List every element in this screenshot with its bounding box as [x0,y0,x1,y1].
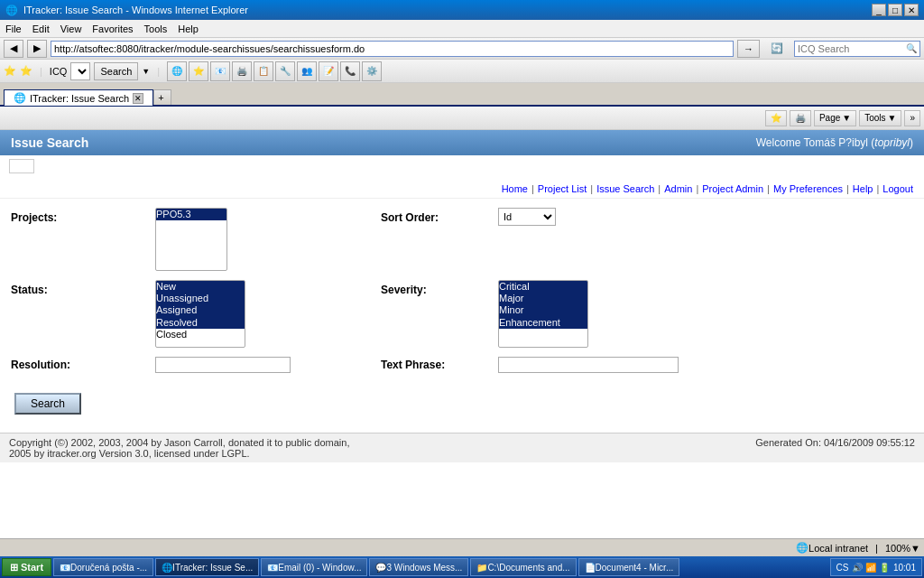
browser-icon: 🌐 [5,5,18,16]
projects-label: Projects: [11,211,57,224]
sort-order-select[interactable]: Id Priority Status Severity [498,208,556,226]
icq-select[interactable] [70,62,90,80]
browser-title: ITracker: Issue Search - Windows Interne… [23,5,248,15]
extend-btn[interactable]: » [904,110,920,126]
zoom-level: 100% [885,543,910,554]
favorites-star-btn[interactable]: ⭐ [765,110,787,126]
nav-my-preferences[interactable]: My Preferences [773,183,843,194]
nav-project-list[interactable]: Project List [538,183,587,194]
minimize-button[interactable]: _ [872,4,886,16]
status-label: Status: [11,284,48,296]
tools-label: Tools [864,113,885,123]
back-button[interactable]: ◀ [4,40,23,58]
nav-icon-6[interactable]: 🔧 [275,61,295,81]
page-label: Page [819,113,840,123]
main-content: Issue Search Welcome Tomáš P?ibyl (topri… [0,130,924,558]
favorites-star: ⭐ [4,65,16,77]
nav-icon-7[interactable]: 👥 [297,61,317,81]
nav-icon-2[interactable]: ⭐ [189,61,208,81]
forward-button[interactable]: ▶ [27,40,47,58]
menu-file[interactable]: File [5,23,22,34]
generated-text: Generated On: 04/16/2009 09:55:12 [755,437,915,459]
tab-label: ITracker: Issue Search [30,93,129,104]
nav-issue-search[interactable]: Issue Search [596,183,654,194]
tab-bar: 🌐 ITracker: Issue Search ✕ + [0,83,924,107]
nav-links: Home | Project List | Issue Search | Adm… [0,180,924,199]
separator-box [9,159,34,173]
icq-search-input[interactable] [795,42,903,56]
menu-favorites[interactable]: Favorites [92,23,133,34]
page-header: Issue Search Welcome Tomáš P?ibyl (topri… [0,130,924,155]
severity-select[interactable]: Critical Major Minor Enhancement [498,280,588,348]
tab-new[interactable]: + [153,89,171,105]
resolution-label: Resolution: [11,359,70,371]
icq-label: ICQ [50,66,68,77]
menu-tools[interactable]: Tools [144,23,168,34]
add-favorites-icon: ⭐ [20,65,32,77]
address-input[interactable] [51,41,734,57]
page-btn[interactable]: Page ▼ [814,110,856,126]
status-bar: 🌐 Local intranet | 100% ▼ [0,538,924,556]
menu-edit[interactable]: Edit [32,23,50,34]
taskbar: ⊞ Start 📧 Doručená pošta -... 🌐 ITracker… [0,556,924,558]
refresh-icon: 🔄 [771,42,783,54]
tools-btn[interactable]: Tools ▼ [859,110,901,126]
ie-page-toolbar: ⭐ 🖨️ Page ▼ Tools ▼ » [0,107,924,130]
print-preview-btn[interactable]: 🖨️ [790,110,811,126]
page-title: Issue Search [11,135,88,150]
text-phrase-input[interactable] [498,357,679,373]
form-area: Projects: PPO5.3 Sort Order: Id Priority… [0,199,924,424]
text-phrase-label: Text Phrase: [381,359,445,371]
nav-help[interactable]: Help [853,183,873,194]
nav-icons: 🌐 ⭐ 📧 🖨️ 📋 🔧 👥 📝 📞 ⚙️ [167,61,382,81]
tab-itracker[interactable]: 🌐 ITracker: Issue Search ✕ [4,89,153,106]
icq-search-icon[interactable]: 🔍 [903,43,919,53]
nav-project-admin[interactable]: Project Admin [702,183,763,194]
nav-icon-1[interactable]: 🌐 [167,61,187,81]
nav-home[interactable]: Home [502,183,528,194]
resolution-input[interactable] [155,357,291,373]
tab-icon: 🌐 [14,92,26,104]
nav-admin[interactable]: Admin [664,183,692,194]
nav-icon-8[interactable]: 📝 [319,61,338,81]
zone-icon: 🌐 [796,542,808,554]
zone-label: Local intranet [808,543,868,554]
search-button[interactable]: Search [14,393,81,415]
nav-icon-9[interactable]: 📞 [340,61,360,81]
copyright-text: Copyright (©) 2002, 2003, 2004 by Jason … [9,437,349,459]
sort-label: Sort Order: [381,211,439,224]
close-button[interactable]: ✕ [904,4,919,16]
menu-help[interactable]: Help [178,23,199,34]
title-bar: 🌐 ITracker: Issue Search - Windows Inter… [0,0,924,20]
nav-logout[interactable]: Logout [882,183,913,194]
maximize-button[interactable]: □ [888,4,902,16]
nav-icon-10[interactable]: ⚙️ [362,61,382,81]
address-bar: ◀ ▶ → 🔄 🔍 [0,38,924,60]
nav-icon-5[interactable]: 📋 [254,61,273,81]
nav-icon-3[interactable]: 📧 [210,61,230,81]
tab-close-button[interactable]: ✕ [133,93,143,104]
icq-search-button[interactable]: Search [94,62,138,80]
nav-icon-4[interactable]: 🖨️ [232,61,252,81]
status-select[interactable]: New Unassigned Assigned Resolved Closed [155,280,245,348]
severity-label: Severity: [381,284,427,296]
icq-toolbar: ⭐ ⭐ | ICQ Search ▼ | 🌐 ⭐ 📧 🖨️ 📋 🔧 👥 📝 📞 … [0,60,924,83]
menu-bar: File Edit View Favorites Tools Help [0,20,924,38]
go-button[interactable]: → [737,40,760,58]
welcome-text: Welcome Tomáš P?ibyl (topribyl) [756,136,913,149]
menu-view[interactable]: View [60,23,82,34]
footer: Copyright (©) 2002, 2003, 2004 by Jason … [0,433,924,462]
projects-select[interactable]: PPO5.3 [155,208,227,271]
